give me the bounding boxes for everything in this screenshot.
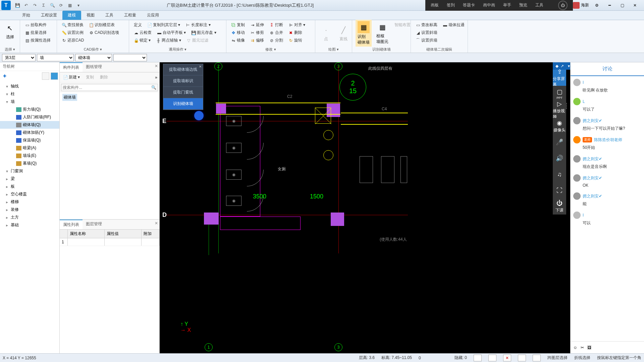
mod-extend[interactable]: ⇥延伸 <box>249 21 265 28</box>
pick-component[interactable]: ▭拾取构件 <box>23 21 53 28</box>
mod-mirror[interactable]: ⇋镜像 <box>230 37 246 44</box>
dark-tool-quiz[interactable]: 答题卡 <box>463 2 475 8</box>
check-elev[interactable]: ▭查改标高 <box>414 21 439 28</box>
qat-undo-icon[interactable]: ↶ <box>23 2 30 9</box>
tab-modeling[interactable]: 建模 <box>62 11 81 20</box>
tab-layer-mgr[interactable]: 图层管理 <box>83 220 105 229</box>
chat-tab-discuss[interactable]: 讨论 <box>571 62 644 76</box>
nav-add-icon[interactable]: ✚ <box>1 73 8 79</box>
dark-tool-hand[interactable]: 举手 <box>503 2 511 8</box>
status-tool-5[interactable] <box>533 355 541 361</box>
auto-level[interactable]: ▬自动平齐板 ▾ <box>156 29 187 36</box>
component-select[interactable] <box>113 54 147 61</box>
qat-redo-icon[interactable]: ↷ <box>32 2 38 9</box>
tab-tool[interactable]: 工具 <box>100 11 119 20</box>
len-dim[interactable]: ⊢长度标注 ▾ <box>184 21 212 28</box>
set-slope[interactable]: ◢设置斜墙 <box>414 29 439 36</box>
tree-item-砌体加筋(Y)[interactable]: 砌体加筋(Y) <box>0 129 59 136</box>
music-button[interactable]: ♫ <box>553 166 566 182</box>
qat-filter-icon[interactable]: ▦ <box>66 2 73 9</box>
define[interactable]: 定义 <box>132 21 143 28</box>
tree-item-保温墙(Q)[interactable]: 保温墙(Q) <box>0 136 59 144</box>
mod-split[interactable]: ⊘分割 <box>268 37 284 44</box>
qat-sum-icon[interactable]: Σ <box>40 2 47 9</box>
maximize-icon[interactable]: ▢ <box>617 2 627 9</box>
camera-button[interactable]: ◉ 摄像头 <box>553 118 566 134</box>
setting-icon[interactable]: ⚙ <box>592 2 602 9</box>
scissors-icon[interactable]: ✂ <box>581 345 584 350</box>
drawing-canvas[interactable]: ✕ 提取砌体墙边线 提取墙标识 提取门窗线 识别砌体墙 2 3 1 3 2 15… <box>160 62 570 353</box>
qat-save-icon[interactable]: 💾 <box>14 2 21 9</box>
dark-tool-canvas[interactable]: 画板 <box>431 2 439 8</box>
tree-item-门窗洞[interactable]: ▾门窗洞 <box>0 167 59 175</box>
tree-item-剪力墙(Q)[interactable]: 剪力墙(Q) <box>0 106 59 113</box>
ppt-button[interactable]: ▢ PPT <box>553 86 566 102</box>
cad-options[interactable]: ⚙CAD识别选项 <box>88 29 120 36</box>
batch-select[interactable]: ▦批量选择 <box>23 29 53 36</box>
group-cad[interactable]: CAD操作 ▾ <box>60 46 125 53</box>
component-item[interactable]: 砌体墙 <box>62 94 77 101</box>
two-point-axis[interactable]: ╫两点辅轴 ▾ <box>155 37 182 44</box>
pin-icon[interactable]: ◆ <box>555 64 558 68</box>
mod-merge[interactable]: ⊕合并 <box>268 29 284 36</box>
dark-tool-tools[interactable]: 工具 <box>535 2 543 8</box>
mod-offset[interactable]: ⇉偏移 <box>249 37 265 44</box>
status-tool-4[interactable] <box>518 355 526 361</box>
tree-item-墙垛(E)[interactable]: 墙垛(E) <box>0 152 59 160</box>
tab-drawing-mgr[interactable]: 图纸管理 <box>83 62 105 72</box>
power-icon[interactable]: ⏻ <box>558 1 568 10</box>
image-icon[interactable]: 🖼 <box>587 345 591 350</box>
tree-item-轴线[interactable]: ▾轴线 <box>0 82 59 90</box>
prop-close-icon[interactable]: ✕ <box>155 221 158 226</box>
fullscreen-button[interactable]: ⛶ <box>553 182 566 198</box>
tab-project[interactable]: 工程设置 <box>36 11 62 20</box>
group-modify[interactable]: 修改 ▾ <box>230 46 312 53</box>
minimize-icon[interactable]: ━ <box>604 2 614 9</box>
menu-extract-edge[interactable]: 提取砌体墙边线 <box>163 64 203 75</box>
dark-tool-preview[interactable]: 预览 <box>519 2 527 8</box>
find-replace[interactable]: 🔍查找替换 <box>60 21 85 28</box>
tree-item-空心楼盖[interactable]: ▸空心楼盖 <box>0 190 59 198</box>
set-arch[interactable]: ⌒设置拱墙 <box>414 37 439 44</box>
restore-cad[interactable]: ↻还原CAD <box>60 37 85 44</box>
wall-through[interactable]: ▬墙体拉通 <box>441 21 466 28</box>
status-tool-1[interactable] <box>474 355 482 361</box>
group-draw[interactable]: 绘图 ▾ <box>319 46 348 53</box>
tree-item-楼梯[interactable]: ▸楼梯 <box>0 198 59 206</box>
tree-item-板[interactable]: ▸板 <box>0 183 59 190</box>
speaker-button[interactable]: 🔊 <box>553 150 566 166</box>
category-select[interactable]: 墙 <box>37 54 74 61</box>
menu-recognize-wall[interactable]: 识别砌体墙 <box>163 98 203 110</box>
qat-find-icon[interactable]: 🔍 <box>49 2 56 9</box>
mod-move[interactable]: ✥移动 <box>230 29 246 36</box>
share-screen-button[interactable]: ⇪ 分享屏幕 <box>553 70 566 86</box>
tree-item-装修[interactable]: ▸装修 <box>0 206 59 214</box>
tab-cloud[interactable]: 云应用 <box>142 11 164 20</box>
elem-save[interactable]: 💾图元存盘 ▾ <box>190 29 217 36</box>
tab-prop-list[interactable]: 属性列表 <box>60 220 83 229</box>
tree-item-砌体墙(Q)[interactable]: 砌体墙(Q) <box>0 121 59 129</box>
recognize-wall[interactable]: ▦ 识别 砌体墙 <box>356 20 372 47</box>
nav-list-view[interactable] <box>42 72 49 80</box>
floor-select[interactable]: 第3层 <box>2 54 36 61</box>
status-tool-2[interactable] <box>488 355 496 361</box>
tree-item-墙[interactable]: ▾墙 <box>0 98 59 106</box>
recognize-floor[interactable]: 📋识别楼层表 <box>88 21 116 28</box>
mod-rotate[interactable]: ↻旋转 <box>287 37 304 44</box>
tab-start[interactable]: 开始 <box>17 11 36 20</box>
tab-quantity[interactable]: 工程量 <box>119 11 142 20</box>
tree-item-暗梁(A)[interactable]: 暗梁(A) <box>0 144 59 152</box>
tree-item-幕墙(Q)[interactable]: 幕墙(Q) <box>0 160 59 167</box>
status-tool-x[interactable]: ✕ <box>503 355 511 361</box>
mod-align[interactable]: ⊫对齐 ▾ <box>287 21 307 28</box>
user-badge[interactable]: 海新 <box>573 2 589 9</box>
tree-item-人防门框墙(RF)[interactable]: 人防门框墙(RF) <box>0 113 59 121</box>
lock[interactable]: 🔒锁定 ▾ <box>132 37 152 44</box>
dark-tool-pip[interactable]: 画中画 <box>483 2 495 8</box>
dark-tool-signin[interactable]: 签到 <box>447 2 455 8</box>
menu-close-icon[interactable]: ✕ <box>199 65 202 68</box>
group-common[interactable]: 通用操作 ▾ <box>132 46 223 53</box>
search-icon[interactable]: 🔍 <box>151 85 156 90</box>
group-select[interactable]: 选择 ▾ <box>3 46 16 53</box>
share-out-icon[interactable]: ↗ <box>560 64 564 68</box>
